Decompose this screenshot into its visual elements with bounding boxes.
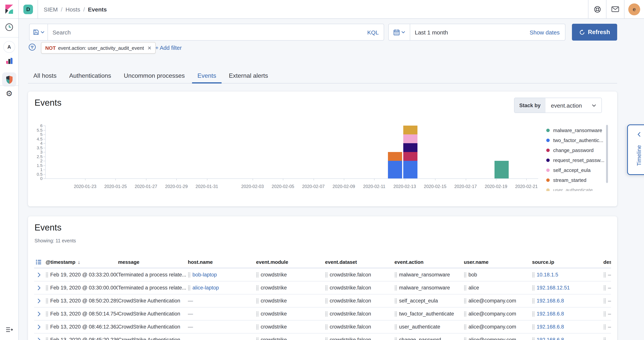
filter-settings-icon[interactable]	[28, 43, 36, 51]
cell-link[interactable]: 192.168.12.51	[537, 285, 570, 291]
legend-item-change_password[interactable]: change_password	[546, 145, 606, 155]
breadcrumb-item[interactable]: Hosts	[66, 6, 80, 12]
cell-value[interactable]: crowdstrike.falcon	[330, 272, 371, 278]
search-input[interactable]	[48, 29, 362, 35]
expand-row-chevron-icon[interactable]	[37, 298, 41, 304]
cell-value[interactable]: user_authenticate	[399, 324, 440, 330]
kibana-logo-button[interactable]	[0, 0, 19, 18]
cell-value[interactable]: alice@company.com	[468, 337, 516, 340]
drag-handle[interactable]	[46, 311, 48, 317]
saved-query-button[interactable]	[30, 24, 48, 40]
breadcrumb-item[interactable]: SIEM	[44, 6, 58, 12]
cell-value[interactable]: Feb 13, 2020 @ 08:50:14.754	[50, 311, 118, 317]
cell-link[interactable]: bob-laptop	[192, 272, 217, 278]
cell-value[interactable]: Feb 19, 2020 @ 03:33:20.000	[50, 272, 118, 278]
drag-handle[interactable]	[464, 272, 466, 277]
bar-segment-request_reset_password[interactable]	[403, 143, 417, 152]
cell-value[interactable]: —	[608, 272, 611, 278]
column-header--timestamp[interactable]: @timestamp↓	[46, 259, 118, 265]
drag-handle[interactable]	[464, 285, 466, 290]
tab-all-hosts[interactable]: All hosts	[28, 69, 62, 83]
cell-value[interactable]: malware_ransomware	[399, 272, 450, 278]
drag-handle[interactable]	[394, 298, 397, 304]
show-dates-link[interactable]: Show dates	[524, 29, 565, 35]
drag-handle[interactable]	[532, 324, 535, 330]
drag-handle[interactable]	[256, 337, 259, 340]
cell-value[interactable]: alice@company.com	[468, 311, 516, 317]
sidebar-item-analytics[interactable]	[5, 57, 13, 65]
drag-handle[interactable]	[46, 324, 48, 330]
drag-handle[interactable]	[325, 285, 328, 290]
drag-handle[interactable]	[46, 285, 48, 290]
cell-value[interactable]: crowdstrike.falcon	[330, 324, 371, 330]
legend-item-two_factor_authenticate[interactable]: two_factor_authentic...	[546, 135, 606, 145]
column-header-event-module[interactable]: event.module	[256, 259, 325, 265]
bar-segment-malware_ransomware[interactable]	[494, 161, 509, 178]
legend-item-malware_ransomware[interactable]: malware_ransomware	[546, 125, 606, 135]
drag-handle[interactable]	[603, 324, 606, 330]
drag-handle[interactable]	[325, 298, 328, 304]
drag-handle[interactable]	[394, 337, 397, 340]
cell-value[interactable]: Feb 13, 2020 @ 08:45:20.236	[50, 337, 118, 340]
drag-handle[interactable]	[464, 324, 466, 330]
drag-handle[interactable]	[464, 337, 466, 340]
cell-value[interactable]: self_accept_eula	[399, 298, 438, 304]
column-header-destination-ip[interactable]: destination.ip	[603, 259, 611, 265]
tab-events[interactable]: Events	[192, 69, 222, 83]
sidebar-item-apm[interactable]: A	[3, 41, 15, 53]
cell-value[interactable]: crowdstrike	[261, 311, 287, 317]
legend-item-stream_started[interactable]: stream_started	[546, 175, 606, 185]
drag-handle[interactable]	[46, 337, 48, 340]
expand-row-chevron-icon[interactable]	[37, 311, 41, 317]
drag-handle[interactable]	[325, 324, 328, 330]
drag-handle[interactable]	[256, 272, 259, 277]
cell-value[interactable]: two_factor_authenticate	[399, 311, 454, 317]
user-avatar[interactable]: e	[628, 3, 640, 15]
date-range-value[interactable]: Last 1 month	[410, 29, 524, 35]
column-header-source-ip[interactable]: source.ip	[532, 259, 603, 265]
newsfeed-button[interactable]	[606, 0, 624, 18]
expand-row-chevron-icon[interactable]	[37, 272, 41, 278]
drag-handle[interactable]	[325, 272, 328, 277]
drag-handle[interactable]	[394, 324, 397, 330]
cell-value[interactable]: alice@company.com	[468, 298, 516, 304]
cell-link[interactable]: alice-laptop	[192, 285, 219, 291]
drag-handle[interactable]	[256, 311, 259, 317]
cell-link[interactable]: 192.168.6.8	[537, 298, 564, 304]
column-header-host-name[interactable]: host.name	[188, 259, 256, 265]
bar-segment-change_password[interactable]	[403, 152, 417, 161]
cell-value[interactable]: crowdstrike.falcon	[330, 298, 371, 304]
breadcrumb-item[interactable]: Events	[88, 6, 107, 12]
cell-value[interactable]: crowdstrike.falcon	[330, 311, 371, 317]
cell-value[interactable]: —	[608, 337, 611, 340]
add-filter-link[interactable]: + Add filter	[155, 45, 182, 51]
cell-value[interactable]: crowdstrike	[261, 298, 287, 304]
drag-handle[interactable]	[603, 272, 606, 277]
drag-handle[interactable]	[464, 298, 466, 304]
column-header-event-dataset[interactable]: event.dataset	[325, 259, 394, 265]
filter-pill[interactable]: NOT event.action: user_activity_audit_ev…	[41, 42, 156, 54]
tab-external-alerts[interactable]: External alerts	[224, 69, 274, 83]
legend-item-request_reset_password[interactable]: request_reset_passw...	[546, 155, 606, 165]
drag-handle[interactable]	[256, 298, 259, 304]
refresh-button[interactable]: Refresh	[572, 24, 617, 41]
drag-handle[interactable]	[394, 311, 397, 317]
space-badge[interactable]: D	[24, 4, 33, 14]
drag-handle[interactable]	[603, 298, 606, 304]
drag-handle[interactable]	[532, 298, 535, 304]
bar-segment-self_accept_eula[interactable]	[403, 134, 417, 143]
recently-viewed-button[interactable]	[5, 23, 14, 31]
cell-value[interactable]: change_password	[399, 337, 441, 340]
drag-handle[interactable]	[464, 311, 466, 317]
cell-value[interactable]: alice@company.com	[468, 324, 516, 330]
cell-link[interactable]: 10.18.1.5	[537, 272, 558, 278]
bar-segment-user_authenticate[interactable]	[403, 126, 417, 134]
bar-segment-two_factor_authenticate[interactable]	[388, 161, 402, 178]
kql-button[interactable]: KQL	[362, 29, 384, 35]
drag-handle[interactable]	[532, 337, 535, 340]
bar-segment-two_factor_authenticate[interactable]	[403, 161, 417, 178]
cell-value[interactable]: —	[608, 311, 611, 317]
cell-value[interactable]: Feb 13, 2020 @ 08:46:12.362	[50, 324, 118, 330]
sidebar-item-siem[interactable]	[2, 72, 16, 87]
cell-value[interactable]: bob	[468, 272, 477, 278]
